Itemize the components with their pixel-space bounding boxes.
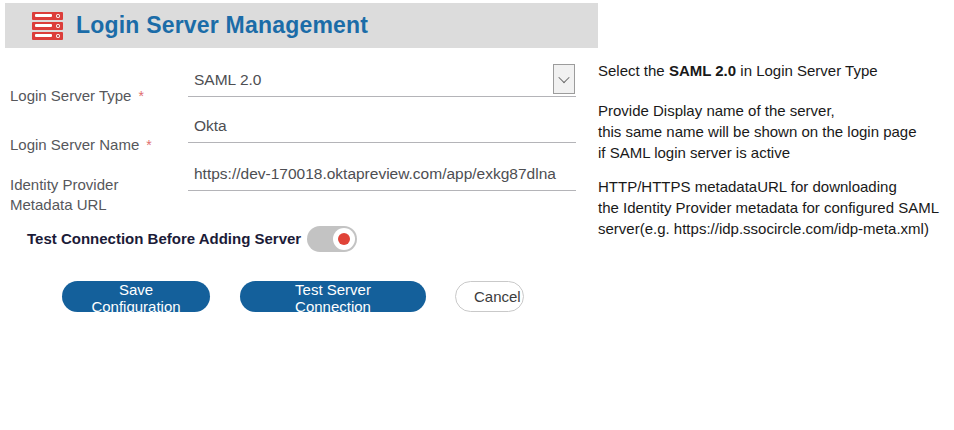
chevron-down-icon: [558, 72, 569, 83]
required-asterisk: *: [138, 88, 143, 104]
required-asterisk: *: [146, 137, 151, 153]
help-select-suffix: in Login Server Type: [736, 62, 877, 79]
help-metadata-url: HTTP/HTTPS metadataURL for downloading t…: [598, 176, 952, 239]
page-header: Login Server Management: [5, 3, 598, 48]
help-panel: Select the SAML 2.0 in Login Server Type…: [598, 60, 952, 239]
test-connection-toggle[interactable]: [307, 226, 357, 252]
login-server-name-input[interactable]: [188, 106, 576, 142]
login-server-name-field: [188, 106, 576, 143]
login-server-name-label: Login Server Name*: [10, 115, 152, 155]
cancel-button[interactable]: Cancel: [455, 281, 524, 312]
help-display-name: Provide Display name of the server, this…: [598, 100, 952, 163]
dropdown-button[interactable]: [553, 64, 575, 94]
metadata-url-input[interactable]: [188, 154, 576, 190]
help-select-type: Select the SAML 2.0 in Login Server Type: [598, 60, 952, 81]
login-server-type-value: SAML 2.0: [194, 71, 548, 89]
help-select-prefix: Select the: [598, 62, 669, 79]
metadata-url-label-text: Identity Provider Metadata URL: [10, 176, 118, 213]
test-server-connection-button[interactable]: Test Server Connection: [240, 281, 426, 312]
metadata-url-field: [188, 154, 576, 191]
page-title: Login Server Management: [76, 12, 368, 39]
login-server-type-label-text: Login Server Type: [10, 87, 131, 104]
save-configuration-button[interactable]: Save Configuration: [62, 281, 210, 312]
login-server-type-select[interactable]: SAML 2.0: [188, 60, 576, 97]
server-bar: [32, 22, 63, 30]
server-bar: [32, 12, 63, 20]
help-select-bold: SAML 2.0: [669, 62, 736, 79]
toggle-knob: [333, 228, 355, 250]
test-connection-toggle-label: Test Connection Before Adding Server: [27, 230, 301, 247]
login-server-management-page: Login Server Management Login Server Typ…: [0, 0, 954, 430]
metadata-url-label: Identity Provider Metadata URL: [10, 155, 118, 215]
server-stack-icon: [32, 12, 63, 40]
server-bar: [32, 32, 63, 40]
toggle-knob-dot: [338, 233, 350, 245]
login-server-name-label-text: Login Server Name: [10, 136, 139, 153]
login-server-type-label: Login Server Type*: [10, 66, 144, 106]
